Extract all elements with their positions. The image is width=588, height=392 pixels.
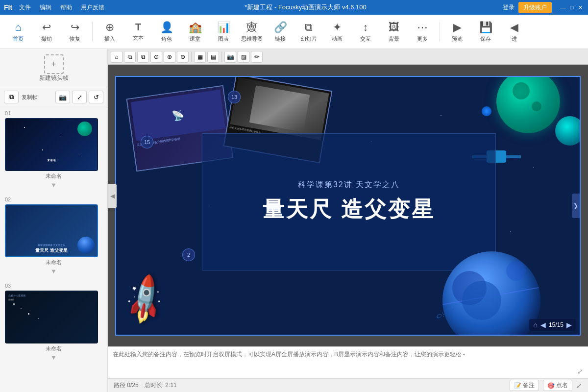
toolbar-insert[interactable]: ⊕ 插入 bbox=[97, 17, 123, 47]
login-button[interactable]: 登录 bbox=[503, 3, 514, 12]
nav-next-button[interactable]: ▶ bbox=[566, 321, 572, 329]
toolbar-background-label: 背景 bbox=[389, 35, 399, 43]
ctb-camera[interactable]: 📷 bbox=[224, 51, 236, 63]
menu-feedback[interactable]: 用户反馈 bbox=[77, 2, 108, 13]
close-button[interactable]: ✕ bbox=[577, 4, 584, 11]
rotate-button[interactable]: ↺ bbox=[89, 91, 103, 103]
slide-thumb-2[interactable]: 科学课第32讲 天文学之八 量天尺 造父变星 bbox=[5, 204, 98, 257]
background-icon: 🖼 bbox=[389, 21, 399, 34]
toolbar-chart-label: 图表 bbox=[218, 35, 229, 43]
toolbar-home[interactable]: ⌂ 首页 bbox=[5, 17, 31, 47]
toolbar-mindmap[interactable]: 🕸 思维导图 bbox=[239, 17, 265, 47]
toolbar-slide[interactable]: ⧉ 幻灯片 bbox=[295, 17, 322, 47]
toolbar-role[interactable]: 👤 角色 bbox=[153, 17, 180, 47]
statusbar-right: 📝 备注 🎯 点名 ⤢ bbox=[510, 380, 582, 391]
toolbar-classroom[interactable]: 🏫 课堂 bbox=[182, 17, 208, 47]
collapse-sidebar-button[interactable]: ◀ bbox=[108, 184, 117, 208]
upgrade-button[interactable]: 升级账户 bbox=[518, 2, 552, 13]
camera-button[interactable]: 📷 bbox=[55, 91, 70, 103]
ctb-copy2[interactable]: ⧉ bbox=[137, 51, 149, 63]
home-icon: ⌂ bbox=[15, 21, 21, 34]
slides-sidebar: + 新建镜头帧 ⧉ 复制帧 📷 ⤢ ↺ 01 bbox=[0, 49, 108, 392]
slide-content-box: 科学课第32讲 天文学之八 量天尺 造父变星 bbox=[202, 133, 496, 270]
statusbar-left: 路径 0/25 总时长: 2:11 bbox=[114, 381, 177, 390]
minimize-button[interactable]: — bbox=[560, 4, 566, 11]
toolbar-text[interactable]: T 文本 bbox=[125, 17, 151, 47]
ctb-edit[interactable]: ✏ bbox=[251, 51, 263, 63]
ctb-copy1[interactable]: ⧉ bbox=[124, 51, 136, 63]
toolbar-home-label: 首页 bbox=[13, 35, 24, 43]
ctb-home[interactable]: ⌂ bbox=[111, 51, 122, 63]
planet-mini-1 bbox=[482, 106, 491, 116]
toolbar-save[interactable]: 💾 保存 bbox=[472, 17, 499, 47]
menu-help[interactable]: 帮助 bbox=[56, 2, 76, 13]
slide-title: 量天尺 造父变星 bbox=[263, 195, 435, 224]
toolbar-insert-label: 插入 bbox=[104, 35, 115, 43]
ctb-grid2[interactable]: ▤ bbox=[207, 51, 219, 63]
ctb-grid1[interactable]: ▦ bbox=[194, 51, 206, 63]
undo-icon: ↩ bbox=[42, 21, 51, 34]
toolbar-animation[interactable]: ✦ 动画 bbox=[324, 17, 350, 47]
toolbar-more[interactable]: ⋯ 更多 bbox=[409, 17, 436, 47]
app-title: *新建工程 - Focusky动画演示大师 v4.6.100 bbox=[245, 3, 367, 12]
slide-nav-overlay: ⌂ ◀ 15/15 ▶ bbox=[529, 319, 576, 331]
badge-15: 15 bbox=[141, 136, 153, 148]
copy-frame-button[interactable]: ⧉ bbox=[4, 91, 19, 103]
rocket: 🚀 bbox=[116, 271, 173, 328]
slide-num-2: 02 bbox=[5, 196, 102, 202]
ctb-zoomout[interactable]: ⊖ bbox=[177, 51, 189, 63]
menu-edit[interactable]: 编辑 bbox=[36, 2, 55, 13]
slide-item-3[interactable]: 03 北极斗七星观测 星座图 bbox=[5, 283, 102, 361]
star bbox=[533, 167, 534, 168]
nav-page-indicator: 15/15 bbox=[549, 321, 564, 328]
ctb-export[interactable]: ▨ bbox=[238, 51, 249, 63]
toolbar-more-label: 更多 bbox=[417, 35, 428, 43]
notes-button[interactable]: 📝 备注 bbox=[510, 380, 539, 391]
slide-item-1[interactable]: 01 未命名 未命名 ▼ bbox=[5, 110, 102, 189]
more-icon: ⋯ bbox=[417, 21, 428, 34]
toolbar-separator-1 bbox=[92, 22, 93, 42]
slide-thumb-3[interactable]: 北极斗七星观测 星座图 bbox=[5, 291, 98, 343]
toolbar-link[interactable]: 🔗 链接 bbox=[267, 17, 294, 47]
nav-home-icon[interactable]: ⌂ bbox=[533, 321, 537, 329]
toolbar-separator-2 bbox=[440, 22, 440, 42]
slide-item-2[interactable]: 02 科学课第32讲 天文学之八 量天尺 造父变星 未命名 ▼ bbox=[5, 196, 102, 275]
titlebar-right: 登录 升级账户 — □ ✕ bbox=[503, 2, 584, 13]
slides-list: 01 未命名 未命名 ▼ bbox=[0, 106, 107, 392]
redo-icon: ↪ bbox=[71, 21, 79, 34]
canvas-scroll[interactable]: 📡 天文学观测设备介绍内容文字说明 历史天文学研究观测记录内容 bbox=[108, 65, 588, 346]
toolbar-role-label: 角色 bbox=[161, 35, 172, 43]
ctb-circle[interactable]: ⊙ bbox=[150, 51, 162, 63]
menu-file[interactable]: 文件 bbox=[15, 2, 35, 13]
toolbar-chart[interactable]: 📊 图表 bbox=[210, 17, 237, 47]
maximize-button[interactable]: □ bbox=[568, 4, 575, 11]
points-icon: 🎯 bbox=[547, 382, 555, 389]
points-button[interactable]: 🎯 点名 bbox=[543, 380, 572, 391]
slide-num-3: 03 bbox=[5, 283, 102, 289]
notes-expand-button[interactable]: ⤢ bbox=[577, 368, 583, 375]
fit-button[interactable]: ⤢ bbox=[72, 91, 87, 103]
slide-name-3: 未命名 bbox=[5, 345, 102, 352]
duration-info: 总时长: 2:11 bbox=[145, 381, 177, 390]
nav-icon: ◀ bbox=[510, 21, 518, 34]
expand-right-button[interactable]: ❯ bbox=[572, 194, 580, 218]
ctb-sep1 bbox=[191, 52, 192, 62]
toolbar-interact[interactable]: ↕ 交互 bbox=[352, 17, 379, 47]
slide-thumb-1[interactable]: 未命名 bbox=[5, 118, 98, 171]
notes-input[interactable] bbox=[113, 350, 583, 368]
toolbar-undo[interactable]: ↩ 撤销 bbox=[33, 17, 60, 47]
toolbar-nav[interactable]: ◀ 进 bbox=[501, 17, 527, 47]
toolbar-preview[interactable]: ▶ 预览 bbox=[444, 17, 470, 47]
chart-icon: 📊 bbox=[217, 21, 230, 34]
ctb-zoomin[interactable]: ⊕ bbox=[164, 51, 175, 63]
expand-icon[interactable]: ⤢ bbox=[576, 382, 582, 390]
new-frame-button[interactable]: + 新建镜头帧 bbox=[0, 49, 107, 88]
toolbar-mindmap-label: 思维导图 bbox=[241, 35, 263, 43]
toolbar-redo[interactable]: ↪ 恢复 bbox=[62, 17, 88, 47]
nav-prev-button[interactable]: ◀ bbox=[540, 321, 546, 329]
slide-name-2: 未命名 bbox=[5, 259, 102, 266]
app-logo: FIt bbox=[4, 3, 12, 11]
canvas-container: 📡 天文学观测设备介绍内容文字说明 历史天文学研究观测记录内容 bbox=[108, 65, 588, 346]
toolbar-background[interactable]: 🖼 背景 bbox=[381, 17, 407, 47]
badge-2: 2 bbox=[182, 248, 195, 261]
